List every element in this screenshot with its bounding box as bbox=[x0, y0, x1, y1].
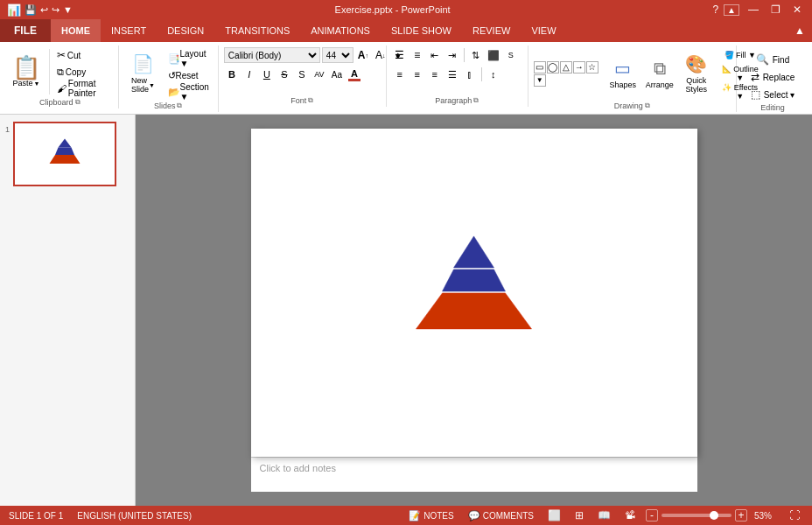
align-center-btn[interactable]: ≡ bbox=[410, 66, 425, 82]
paste-btn[interactable]: 📋 Paste▼ bbox=[7, 54, 46, 89]
notes-btn[interactable]: 📝 NOTES bbox=[405, 509, 457, 522]
notes-label: NOTES bbox=[424, 511, 453, 521]
paragraph-group: ☰ ≡ ⇤ ⇥ ⇅ ⬛ S ≡ ≡ ≡ ☰ ⫿ ↕ bbox=[388, 46, 528, 107]
shape-more-btn[interactable]: ▼ bbox=[534, 74, 546, 87]
svg-marker-5 bbox=[416, 292, 531, 328]
slides-group: 📄 NewSlide▼ 📑 Layout ▼ ↺ Reset 📂 Section… bbox=[121, 46, 219, 112]
convert-smartart-btn[interactable]: S bbox=[503, 47, 519, 63]
shape-1[interactable]: ▭ bbox=[534, 61, 546, 74]
italic-btn[interactable]: I bbox=[242, 66, 257, 82]
font-name-select[interactable]: Calibri (Body) bbox=[224, 47, 320, 63]
collapse-ribbon-btn[interactable]: ▲ bbox=[788, 19, 812, 42]
increase-font-btn[interactable]: A↑ bbox=[355, 47, 371, 63]
replace-btn[interactable]: ⇄Replace bbox=[748, 70, 798, 84]
slides-expand-icon[interactable]: ⧉ bbox=[177, 102, 182, 110]
bold-btn[interactable]: B bbox=[224, 66, 240, 82]
slide-info: SLIDE 1 OF 1 bbox=[9, 511, 63, 521]
font-size-select[interactable]: 44 bbox=[322, 47, 354, 63]
shape-2[interactable]: ◯ bbox=[547, 61, 559, 74]
zoom-out-btn[interactable]: - bbox=[646, 509, 658, 522]
justify-btn[interactable]: ☰ bbox=[444, 66, 460, 82]
zoom-slider-container: - + bbox=[646, 509, 747, 522]
underline-btn[interactable]: U bbox=[259, 66, 275, 82]
quick-styles-btn[interactable]: 🎨 QuickStyles bbox=[679, 48, 714, 99]
notes-area[interactable]: Click to add notes bbox=[251, 457, 697, 492]
quick-save[interactable]: 💾 bbox=[24, 4, 37, 16]
redo-btn[interactable]: ↪ bbox=[52, 4, 60, 16]
zoom-in-btn[interactable]: + bbox=[735, 509, 747, 522]
app-icon: 📊 bbox=[7, 4, 21, 17]
decrease-font-btn[interactable]: A↓ bbox=[373, 47, 388, 63]
slide-sorter-btn[interactable]: ⊞ bbox=[571, 508, 587, 522]
bullets-btn[interactable]: ☰ bbox=[392, 47, 408, 63]
insert-tab[interactable]: INSERT bbox=[101, 19, 157, 42]
font-group: Calibri (Body) 44 A↑ A↓ ♦ B I U S S AV bbox=[220, 46, 387, 107]
shape-5[interactable]: ☆ bbox=[586, 61, 598, 74]
window-title: Exercise.pptx - PowerPoint bbox=[73, 4, 713, 15]
drawing-expand-icon[interactable]: ⧉ bbox=[645, 102, 650, 110]
shapes-btn[interactable]: ▭ Shapes bbox=[606, 48, 640, 99]
home-tab[interactable]: HOME bbox=[51, 19, 101, 42]
language-info: ENGLISH (UNITED STATES) bbox=[77, 511, 192, 521]
clipboard-group: 📋 Paste▼ ✂Cut ⧉Copy 🖌Format Painter Clip… bbox=[4, 46, 119, 108]
design-tab[interactable]: DESIGN bbox=[157, 19, 214, 42]
columns-btn[interactable]: ⫿ bbox=[462, 66, 478, 82]
strikethrough-btn[interactable]: S bbox=[276, 66, 292, 82]
animations-tab[interactable]: ANIMATIONS bbox=[300, 19, 381, 42]
customize-btn[interactable]: ▼ bbox=[63, 4, 73, 15]
maximize-btn[interactable]: ❐ bbox=[767, 4, 784, 16]
slide-reset-btn[interactable]: ↺ Reset bbox=[164, 67, 213, 83]
undo-btn[interactable]: ↩ bbox=[40, 4, 48, 16]
comments-btn[interactable]: 💬 COMMENTS bbox=[465, 509, 537, 522]
slide-section-btn[interactable]: 📂 Section ▼ bbox=[164, 84, 213, 100]
align-left-btn[interactable]: ≡ bbox=[392, 66, 408, 82]
shape-4[interactable]: → bbox=[573, 61, 585, 74]
ribbon-collapse-btn[interactable]: ▲ bbox=[724, 4, 739, 16]
slide-thumbnail[interactable] bbox=[13, 122, 116, 186]
transitions-tab[interactable]: TRANSITIONS bbox=[214, 19, 300, 42]
copy-btn[interactable]: ⧉Copy bbox=[53, 64, 113, 80]
case-btn[interactable]: Aa bbox=[329, 66, 345, 82]
select-btn[interactable]: ⬚Select ▾ bbox=[748, 88, 798, 102]
view-tab[interactable]: VIEW bbox=[521, 19, 566, 42]
help-btn[interactable]: ? bbox=[712, 4, 718, 16]
text-direction-btn[interactable]: ⇅ bbox=[468, 47, 484, 63]
format-painter-btn[interactable]: 🖌Format Painter bbox=[53, 80, 113, 96]
slide-layout-btn[interactable]: 📑 Layout ▼ bbox=[164, 51, 213, 66]
dec-indent-btn[interactable]: ⇤ bbox=[427, 47, 443, 63]
font-expand-icon[interactable]: ⧉ bbox=[308, 96, 313, 105]
slideshow-tab[interactable]: SLIDE SHOW bbox=[381, 19, 462, 42]
font-color-btn[interactable]: A bbox=[346, 66, 362, 82]
arrange-btn[interactable]: ⧉ Arrange bbox=[642, 48, 677, 99]
select-label: Select ▾ bbox=[764, 90, 795, 100]
clipboard-expand-icon[interactable]: ⧉ bbox=[75, 98, 80, 107]
review-tab[interactable]: REVIEW bbox=[462, 19, 521, 42]
shape-3[interactable]: △ bbox=[560, 61, 572, 74]
normal-view-btn[interactable]: ⬜ bbox=[544, 508, 564, 522]
align-text-btn[interactable]: ⬛ bbox=[486, 47, 501, 63]
zoom-percent[interactable]: 53% bbox=[754, 511, 779, 521]
char-spacing-btn[interactable]: AV bbox=[312, 66, 327, 82]
shadow-btn[interactable]: S bbox=[294, 66, 310, 82]
new-slide-btn[interactable]: 📄 NewSlide▼ bbox=[124, 48, 163, 99]
slide-canvas[interactable] bbox=[251, 129, 697, 457]
presenter-view-btn[interactable]: 📽 bbox=[621, 508, 639, 522]
font-label: Font bbox=[290, 96, 306, 105]
line-spacing-btn[interactable]: ↕ bbox=[486, 66, 501, 82]
minimize-btn[interactable]: — bbox=[745, 4, 762, 16]
reading-view-btn[interactable]: 📖 bbox=[594, 508, 614, 522]
find-btn[interactable]: 🔍Find bbox=[753, 52, 792, 66]
cut-btn[interactable]: ✂Cut bbox=[53, 47, 113, 63]
fit-slide-btn[interactable]: ⛶ bbox=[786, 508, 803, 522]
pyramid-graphic[interactable] bbox=[402, 234, 546, 340]
slides-label: Slides bbox=[154, 102, 176, 110]
svg-marker-2 bbox=[50, 155, 80, 164]
inc-indent-btn[interactable]: ⇥ bbox=[444, 47, 460, 63]
zoom-track[interactable] bbox=[662, 514, 732, 517]
numbering-btn[interactable]: ≡ bbox=[410, 47, 425, 63]
paragraph-expand-icon[interactable]: ⧉ bbox=[473, 96, 479, 105]
file-menu-btn[interactable]: FILE bbox=[0, 19, 51, 42]
align-right-btn[interactable]: ≡ bbox=[427, 66, 443, 82]
close-btn[interactable]: ✕ bbox=[789, 4, 805, 16]
paragraph-label: Paragraph bbox=[435, 96, 472, 105]
